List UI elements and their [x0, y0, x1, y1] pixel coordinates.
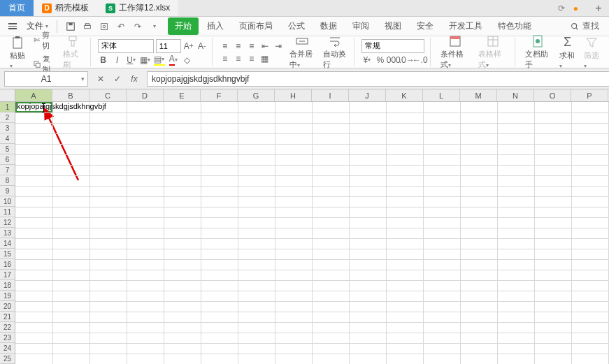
number-format-select[interactable]: [361, 39, 424, 53]
search-button[interactable]: 查找: [564, 19, 605, 34]
align-right-button[interactable]: ≡: [246, 53, 257, 64]
row-header-8[interactable]: 8: [0, 175, 15, 186]
insert-function-button[interactable]: fx: [129, 73, 140, 85]
column-header-h[interactable]: H: [275, 89, 312, 101]
paste-button[interactable]: 粘贴▾: [7, 34, 29, 71]
align-left-button[interactable]: ≡: [220, 53, 231, 64]
column-header-c[interactable]: C: [89, 89, 127, 101]
row-header-3[interactable]: 3: [0, 123, 15, 133]
border-button[interactable]: ▦▾: [140, 54, 151, 66]
row-header-16[interactable]: 16: [0, 259, 15, 270]
workbook-tab[interactable]: S 工作簿12.xlsx: [97, 0, 178, 16]
font-size-select[interactable]: [156, 39, 181, 53]
increase-indent-button[interactable]: ⇥: [273, 41, 284, 52]
format-painter-button[interactable]: 格式刷: [60, 33, 86, 71]
docer-tab[interactable]: D 稻壳模板: [34, 0, 97, 16]
column-header-m[interactable]: M: [460, 89, 497, 101]
row-header-23[interactable]: 23: [0, 333, 15, 343]
align-top-button[interactable]: ≡: [220, 41, 231, 52]
row-header-22[interactable]: 22: [0, 322, 15, 333]
cancel-edit-button[interactable]: ✕: [95, 73, 106, 85]
row-header-6[interactable]: 6: [0, 154, 15, 165]
cut-button[interactable]: ✄剪切: [31, 29, 57, 52]
doc-assist-button[interactable]: 文档助手: [522, 33, 554, 71]
column-header-e[interactable]: E: [164, 89, 201, 101]
row-header-5[interactable]: 5: [0, 144, 15, 154]
table-style-button[interactable]: 表格样式▾: [475, 33, 510, 71]
undo-button[interactable]: ↶: [115, 20, 127, 33]
column-header-a[interactable]: A: [15, 89, 52, 101]
column-header-o[interactable]: O: [534, 89, 571, 101]
conditional-format-button[interactable]: 条件格式▾: [438, 33, 473, 71]
print-button[interactable]: [81, 20, 94, 33]
row-header-1[interactable]: 1: [0, 102, 15, 112]
align-center-button[interactable]: ≡: [233, 53, 244, 64]
spreadsheet-grid[interactable]: ABCDEFGHIJKLMNOP 12345678910111213141516…: [0, 89, 609, 364]
row-header-4[interactable]: 4: [0, 133, 15, 144]
row-header-10[interactable]: 10: [0, 196, 15, 207]
fill-color-button[interactable]: ▤▾: [154, 54, 165, 66]
font-color-button[interactable]: A▾: [168, 54, 179, 66]
align-bottom-button[interactable]: ≡: [246, 41, 257, 52]
row-header-9[interactable]: 9: [0, 186, 15, 196]
print-preview-button[interactable]: [98, 20, 110, 33]
column-header-k[interactable]: K: [386, 89, 423, 101]
font-name-select[interactable]: [98, 39, 154, 53]
increase-decimal-button[interactable]: .0→: [401, 54, 413, 66]
row-header-19[interactable]: 19: [0, 291, 15, 301]
select-all-corner[interactable]: [0, 89, 15, 102]
sum-button[interactable]: Σ 求和▾: [557, 34, 578, 71]
column-header-d[interactable]: D: [127, 89, 164, 101]
row-header-24[interactable]: 24: [0, 343, 15, 354]
merge-center-button[interactable]: 合并居中▾: [287, 33, 318, 71]
row-header-21[interactable]: 21: [0, 312, 15, 322]
increase-font-button[interactable]: A+: [183, 41, 194, 52]
filter-button[interactable]: 筛选▾: [581, 34, 602, 71]
row-header-25[interactable]: 25: [0, 354, 15, 364]
row-header-20[interactable]: 20: [0, 301, 15, 312]
clear-format-button[interactable]: ◇: [182, 54, 193, 66]
qat-more-button[interactable]: ▾: [148, 20, 161, 33]
row-header-2[interactable]: 2: [0, 112, 15, 123]
column-header-f[interactable]: F: [201, 89, 238, 101]
bold-button[interactable]: B: [98, 54, 109, 66]
currency-button[interactable]: ¥▾: [361, 54, 373, 66]
row-header-11[interactable]: 11: [0, 207, 15, 217]
align-middle-button[interactable]: ≡: [233, 41, 244, 52]
add-tab-button[interactable]: +: [588, 0, 609, 16]
row-header-7[interactable]: 7: [0, 165, 15, 175]
ribbon-tab-start[interactable]: 开始: [168, 17, 199, 35]
ribbon-tab-insert[interactable]: 插入: [200, 17, 231, 35]
save-button[interactable]: [64, 20, 77, 33]
confirm-edit-button[interactable]: ✓: [112, 73, 123, 85]
column-header-l[interactable]: L: [423, 89, 460, 101]
row-header-13[interactable]: 13: [0, 228, 15, 238]
italic-button[interactable]: I: [112, 54, 123, 66]
home-tab[interactable]: 首页: [0, 0, 34, 16]
row-header-12[interactable]: 12: [0, 217, 15, 228]
column-header-b[interactable]: B: [52, 89, 89, 101]
decrease-font-button[interactable]: A-: [196, 41, 208, 52]
redo-button[interactable]: ↷: [131, 20, 144, 33]
ribbon-tab-security[interactable]: 安全: [410, 17, 440, 35]
column-header-p[interactable]: P: [571, 89, 608, 101]
comma-style-button[interactable]: 000: [388, 54, 399, 66]
decrease-indent-button[interactable]: ⇤: [259, 41, 271, 52]
formula-input[interactable]: kopjopajgjskdgjsdkhngvbjf: [147, 71, 609, 87]
column-header-i[interactable]: I: [312, 89, 349, 101]
merge-split-button[interactable]: ▦: [259, 53, 271, 64]
ribbon-tab-layout[interactable]: 页面布局: [232, 17, 280, 35]
auto-wrap-button[interactable]: 自动换行: [320, 33, 350, 71]
column-header-g[interactable]: G: [238, 89, 275, 101]
row-header-15[interactable]: 15: [0, 249, 15, 259]
column-header-n[interactable]: N: [497, 89, 534, 101]
name-box[interactable]: A1: [4, 71, 88, 87]
underline-button[interactable]: U▾: [126, 54, 137, 66]
row-header-17[interactable]: 17: [0, 270, 15, 280]
ribbon-tab-view[interactable]: 视图: [378, 17, 408, 35]
row-header-18[interactable]: 18: [0, 280, 15, 291]
hamburger-menu[interactable]: [4, 21, 21, 31]
cells-area[interactable]: kopjopajgjskdgjsdkhngvbjf: [15, 102, 609, 364]
percent-button[interactable]: %: [375, 54, 386, 66]
ribbon-tab-review[interactable]: 审阅: [345, 17, 376, 35]
